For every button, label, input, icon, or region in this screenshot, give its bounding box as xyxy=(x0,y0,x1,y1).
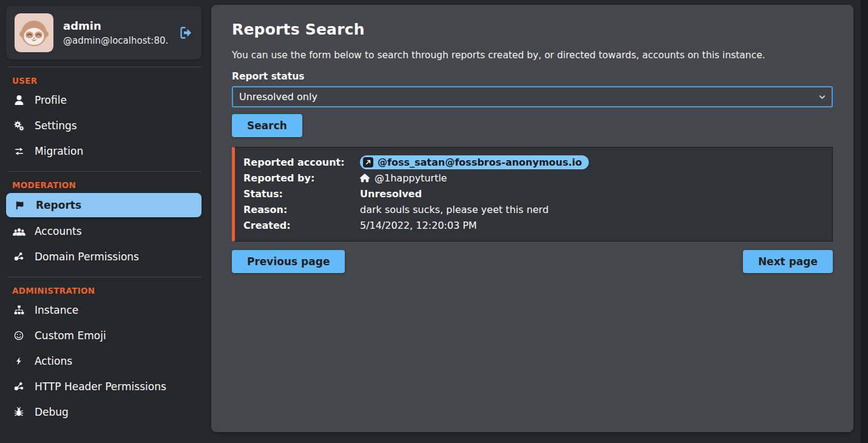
user-icon xyxy=(12,95,25,105)
status-label: Status: xyxy=(243,188,360,200)
sidebar-item-label: Settings xyxy=(35,120,77,132)
sidebar-item-label: Domain Permissions xyxy=(35,251,139,263)
gears-icon xyxy=(12,120,25,132)
status-value: Unresolved xyxy=(360,188,824,200)
reported-by-handle: @1happyturtle xyxy=(375,172,447,184)
sidebar-item-http-header-permissions[interactable]: HTTP Header Permissions xyxy=(0,374,211,399)
reports-search-panel: Reports Search You can use the form belo… xyxy=(211,5,853,432)
share-nodes-icon xyxy=(12,251,25,262)
share-nodes-icon xyxy=(12,381,25,392)
reason-value: dark souls sucks, please yeet this nerd xyxy=(360,204,824,215)
next-page-button[interactable]: Next page xyxy=(743,250,833,273)
report-row-created: Created: 5/14/2022, 12:20:03 PM xyxy=(243,217,824,233)
report-row-status: Status: Unresolved xyxy=(243,186,824,201)
username: admin xyxy=(63,19,169,32)
sitemap-icon xyxy=(12,305,25,316)
reported-account-label: Reported account: xyxy=(243,157,360,168)
sidebar-item-accounts[interactable]: Accounts xyxy=(0,218,211,244)
bug-icon xyxy=(12,407,25,418)
exchange-arrows-icon xyxy=(12,146,25,157)
reported-by-label: Reported by: xyxy=(243,172,360,184)
sidebar-divider xyxy=(7,171,202,172)
created-label: Created: xyxy=(243,220,360,231)
sidebar-item-settings[interactable]: Settings xyxy=(0,113,211,138)
section-header-moderation: MODERATION xyxy=(12,180,211,190)
sidebar-item-label: Debug xyxy=(35,406,69,418)
user-card[interactable]: admin @admin@localhost:80... xyxy=(6,6,202,59)
bolt-icon xyxy=(12,356,25,367)
external-link-icon xyxy=(363,157,373,167)
sidebar-item-reports[interactable]: Reports xyxy=(6,193,202,217)
sidebar-divider xyxy=(7,277,202,277)
reason-label: Reason: xyxy=(243,204,360,215)
sidebar-item-label: HTTP Header Permissions xyxy=(35,380,166,393)
logout-icon[interactable] xyxy=(178,25,193,40)
sidebar-item-instance[interactable]: Instance xyxy=(0,297,211,323)
sidebar-item-label: Accounts xyxy=(35,225,82,237)
report-row-reported-by: Reported by: @1happyturtle xyxy=(243,170,824,186)
page-description: You can use the form below to search thr… xyxy=(232,50,833,61)
report-card[interactable]: Reported account: @foss_satan@fossbros-a… xyxy=(232,147,833,242)
sidebar-item-label: Instance xyxy=(35,304,78,316)
sidebar-item-label: Actions xyxy=(35,355,72,367)
avatar xyxy=(15,13,53,52)
users-icon xyxy=(12,226,25,237)
sidebar-item-profile[interactable]: Profile xyxy=(0,87,211,113)
user-meta: admin @admin@localhost:80... xyxy=(63,19,169,46)
pagination: Previous page Next page xyxy=(232,250,833,273)
created-value: 5/14/2022, 12:20:03 PM xyxy=(360,220,824,231)
scrollbar-track[interactable] xyxy=(861,0,868,443)
page-title: Reports Search xyxy=(232,21,833,38)
sidebar-item-actions[interactable]: Actions xyxy=(0,348,211,374)
report-status-select-wrap: Unresolved only xyxy=(232,86,833,107)
sidebar-item-label: Profile xyxy=(35,94,67,106)
sidebar-item-migration[interactable]: Migration xyxy=(0,138,211,164)
sidebar-divider xyxy=(7,67,202,67)
sidebar-item-label: Custom Emoji xyxy=(35,330,106,342)
search-button[interactable]: Search xyxy=(232,114,302,137)
report-status-select[interactable]: Unresolved only xyxy=(232,86,833,107)
sidebar-item-domain-permissions[interactable]: Domain Permissions xyxy=(0,244,211,269)
report-row-reason: Reason: dark souls sucks, please yeet th… xyxy=(243,201,824,217)
reported-account-pill[interactable]: @foss_satan@fossbros-anonymous.io xyxy=(360,155,589,169)
smile-icon xyxy=(12,330,25,341)
sidebar-item-custom-emoji[interactable]: Custom Emoji xyxy=(0,323,211,348)
sidebar-item-label: Reports xyxy=(36,199,81,211)
report-row-reported-account: Reported account: @foss_satan@fossbros-a… xyxy=(243,154,824,170)
content-wrapper: Reports Search You can use the form belo… xyxy=(211,0,861,443)
sloth-avatar-image xyxy=(15,13,53,52)
previous-page-button[interactable]: Previous page xyxy=(232,250,345,273)
sidebar-item-debug[interactable]: Debug xyxy=(0,399,211,425)
report-status-label: Report status xyxy=(232,71,833,82)
reported-account-handle: @foss_satan@fossbros-anonymous.io xyxy=(378,157,582,168)
sidebar-item-label: Migration xyxy=(35,145,83,157)
sidebar: admin @admin@localhost:80... USER Profil… xyxy=(0,0,211,443)
user-handle: @admin@localhost:80... xyxy=(63,35,169,46)
flag-icon xyxy=(13,200,27,211)
section-header-administration: ADMINISTRATION xyxy=(12,286,211,296)
section-header-user: USER xyxy=(12,76,211,86)
home-icon xyxy=(360,174,370,183)
